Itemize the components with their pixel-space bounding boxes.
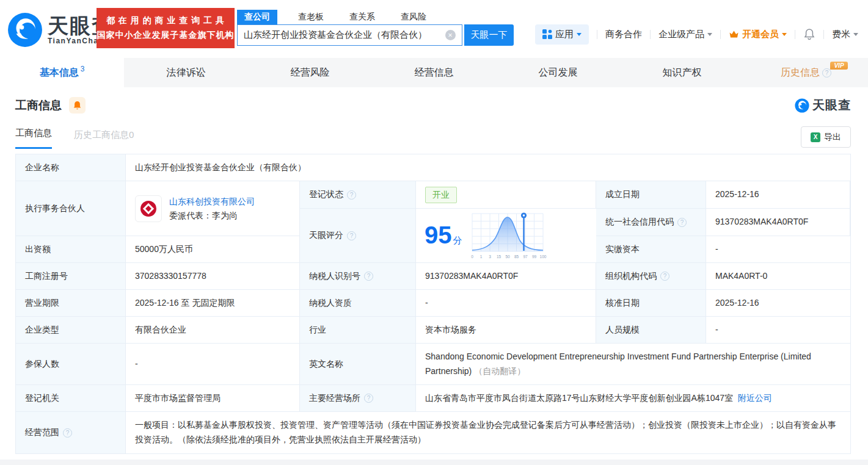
vip-badge: VIP [830,62,847,70]
bell-icon [803,28,815,40]
status-badge: 开业 [425,187,457,203]
partner-company-link[interactable]: 山东科创投资有限公司 [169,195,255,208]
field-value-business-term: 2025-12-16 至 无固定期限 [126,290,300,317]
subtab-history-business-info[interactable]: 历史工商信息0 [74,129,134,149]
help-icon[interactable] [364,272,373,281]
field-value-insured: - [126,344,300,385]
top-header: 天眼查 TianYanCha.com 都 在 用 的 商 业 查 询 工 具 国… [0,0,868,58]
help-icon[interactable] [677,218,687,227]
field-label-executive-partner: 执行事务合伙人 [16,181,126,236]
partner-representative: 委派代表：李为尚 [169,209,255,222]
field-label-reg-number: 工商注册号 [16,263,126,290]
nav-notifications[interactable] [803,28,815,40]
tab-history-info[interactable]: VIP 历史信息 [744,58,868,87]
chevron-down-icon [782,33,787,38]
field-label-industry: 行业 [300,317,416,344]
promo-banner: 都 在 用 的 商 业 查 询 工 具 国家中小企业发展子基金旗下机构 [97,8,235,48]
field-label-address: 主要经营场所 [300,385,416,412]
svg-text:3: 3 [489,254,491,259]
nearby-companies-link[interactable]: 附近公司 [738,393,772,403]
section-title: 工商信息 [15,98,62,114]
subtab-business-info[interactable]: 工商信息 [15,128,52,149]
chevron-down-icon [707,33,712,38]
search-input[interactable] [244,30,445,40]
field-value-paid-capital: - [706,236,850,263]
bottom-strip [0,460,868,465]
svg-text:0: 0 [471,254,473,259]
help-icon[interactable] [660,272,669,281]
field-label-english-name: 英文名称 [300,344,416,385]
tianyancha-logo-icon [7,12,43,48]
field-label-company-name: 企业名称 [16,154,126,181]
svg-text:85: 85 [514,254,519,259]
field-value-contribution: 50000万人民币 [126,236,300,263]
field-value-staff-size: - [706,317,850,344]
search-input-box[interactable] [237,24,462,46]
field-label-insured: 参保人数 [16,344,126,385]
field-value-taxpayer-id: 91370283MAK4A0RT0F [416,263,596,290]
export-button[interactable]: X 导出 [801,126,851,148]
tab-legal[interactable]: 法律诉讼 [124,58,248,87]
search-tab-boss[interactable]: 查老板 [293,10,329,24]
tab-intellectual-property[interactable]: 知识产权 [620,58,744,87]
svg-text:99: 99 [531,254,536,259]
apps-grid-icon [542,29,552,39]
field-label-credit-code: 统一社会信用代码 [596,209,706,236]
field-value-reg-authority: 平度市市场监督管理局 [126,385,300,412]
crown-icon [729,30,739,39]
nav-vip-label: 开通会员 [742,29,779,40]
tab-basic-info[interactable]: 基本信息 3 [0,58,124,87]
field-label-org-code: 组织机构代码 [596,263,706,290]
section-header: 工商信息 天眼查 [15,97,851,114]
nav-cooperation-label: 商务合作 [605,29,642,40]
field-label-company-type: 企业类型 [16,317,126,344]
partner-company-logo[interactable] [135,195,162,222]
field-value-tianyan-score[interactable]: 95分 [416,209,596,263]
nav-cooperation[interactable]: 商务合作 [605,29,642,40]
field-label-registration-status: 登记状态 [300,181,416,209]
tab-basic-info-count: 3 [81,65,85,73]
field-label-business-term: 营业期限 [16,290,126,317]
score-number: 95 [425,222,452,248]
bell-icon [73,101,82,110]
top-nav: 应用 商务合作 企业级产品 开通会员 费米 [535,23,858,45]
field-label-staff-size: 人员规模 [596,317,706,344]
chevron-down-icon [577,33,582,38]
field-value-registration-status: 开业 [416,181,596,209]
tab-business-info[interactable]: 经营信息 [372,58,496,87]
tab-operation-risk[interactable]: 经营风险 [248,58,372,87]
field-value-taxpayer-quality: - [416,290,596,317]
nav-user[interactable]: 费米 [832,29,858,40]
search-area: 查公司 查老板 查关系 查风险 天眼一下 [237,9,514,46]
score-unit: 分 [453,235,462,245]
promo-line-2: 国家中小企业发展子基金旗下机构 [97,30,235,41]
search-tab-relation[interactable]: 查关系 [345,10,380,24]
tab-basic-info-label: 基本信息 [40,67,79,79]
help-icon[interactable] [364,394,373,403]
search-button[interactable]: 天眼一下 [464,24,514,46]
field-label-business-scope: 经营范围 [16,412,126,453]
search-tab-company[interactable]: 查公司 [237,10,277,24]
nav-user-label: 费米 [832,29,850,40]
field-value-address: 山东省青岛市平度市凤台街道太原路17号山东财经大学平度创新创业园A栋1047室 … [416,385,850,412]
nav-vip[interactable]: 开通会员 [729,29,787,40]
svg-text:50: 50 [505,254,510,259]
search-tab-risk[interactable]: 查风险 [396,10,431,24]
help-icon[interactable] [347,190,356,200]
promo-line-1: 都 在 用 的 商 业 查 询 工 具 [106,15,225,26]
nav-enterprise-label: 企业级产品 [658,29,704,40]
chevron-down-icon [853,33,858,38]
field-value-reg-number: 370283330157778 [126,263,300,290]
svg-text:97: 97 [523,254,528,259]
tab-company-development[interactable]: 公司发展 [496,58,620,87]
monitor-bell-button[interactable] [69,97,86,114]
nav-apps[interactable]: 应用 [535,24,589,45]
watermark-logo: 天眼查 [795,97,851,114]
company-tab-strip: 基本信息 3 法律诉讼 经营风险 经营信息 公司发展 知识产权 VIP 历史信息 [0,58,868,87]
help-icon[interactable] [347,231,356,240]
nav-enterprise[interactable]: 企业级产品 [658,29,712,40]
search-clear-icon[interactable] [445,30,456,40]
help-icon[interactable] [63,428,72,438]
field-label-contribution: 出资额 [16,236,126,263]
field-label-taxpayer-quality: 纳税人资质 [300,290,416,317]
